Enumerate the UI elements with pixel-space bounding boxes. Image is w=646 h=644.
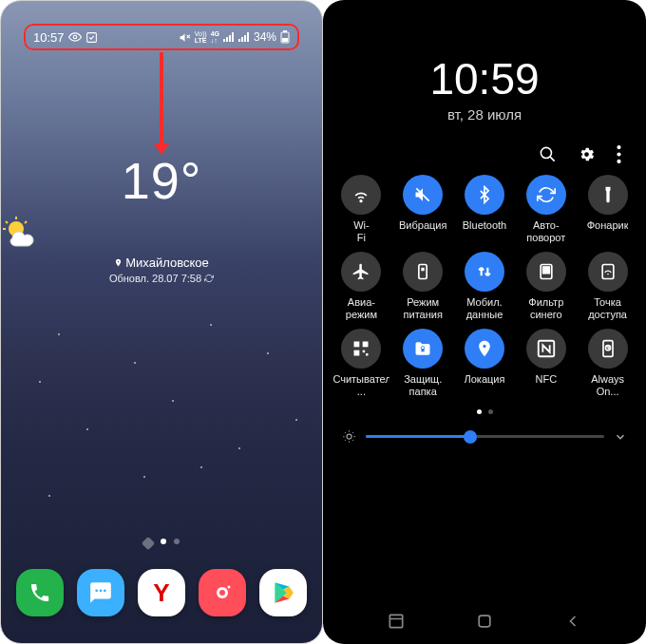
svg-rect-37: [422, 349, 425, 351]
svg-rect-35: [363, 350, 366, 353]
tile-label: Фильтр синего: [518, 296, 575, 321]
tile-autorotate[interactable]: Авто-поворот: [517, 175, 575, 244]
nav-recent-icon[interactable]: [387, 612, 406, 631]
home-page-indicator[interactable]: [1, 539, 322, 548]
tile-mobiledata[interactable]: Мобил. данные: [456, 252, 514, 321]
svg-point-23: [361, 200, 363, 202]
power-icon: [403, 252, 443, 292]
messages-app[interactable]: [77, 569, 124, 616]
airplane-icon: [341, 252, 381, 292]
page-dot-1[interactable]: [161, 539, 166, 544]
mobiledata-icon: [465, 252, 504, 292]
tile-hotspot[interactable]: Точка доступа: [579, 252, 636, 321]
volte-indicator: Vo))LTE: [195, 30, 207, 44]
battery-icon: [280, 30, 290, 44]
tile-vibration[interactable]: Вибрация: [394, 175, 452, 244]
qs-page-dot-1[interactable]: [477, 409, 482, 414]
svg-point-31: [607, 274, 609, 275]
qr-icon: [341, 329, 381, 369]
eye-icon: [68, 30, 82, 44]
svg-line-50: [352, 432, 353, 433]
svg-rect-52: [390, 615, 402, 627]
svg-line-48: [345, 432, 346, 433]
svg-rect-6: [282, 38, 288, 42]
svg-line-51: [345, 440, 346, 441]
weather-city: Михайловское: [1, 256, 322, 270]
settings-icon[interactable]: [578, 145, 596, 163]
tile-label: Always On...: [580, 373, 636, 398]
svg-rect-29: [542, 266, 550, 274]
brightness-slider[interactable]: [323, 414, 646, 444]
callout-arrow: [160, 52, 163, 151]
tile-wifi[interactable]: Wi-Fi: [332, 175, 390, 244]
svg-point-14: [104, 589, 106, 592]
weather-widget[interactable]: 19° Михайловское Обновл. 28.07 7:58: [1, 151, 322, 284]
tile-bluetooth[interactable]: Bluetooth: [456, 175, 514, 244]
brightness-low-icon: [342, 429, 356, 444]
tile-label: Защищ. папка: [394, 373, 451, 398]
tile-securefolder[interactable]: Защищ. папка: [394, 329, 452, 398]
tile-flashlight[interactable]: Фонарик: [579, 175, 636, 244]
tile-label: Авиа-режим: [346, 296, 377, 321]
yandex-app[interactable]: Y: [138, 569, 185, 616]
tile-label: Локация: [465, 373, 505, 398]
vibration-icon: [403, 175, 443, 215]
wifi-icon: [341, 175, 381, 215]
signal-icon-2: [238, 32, 250, 42]
svg-point-21: [617, 152, 620, 156]
autorotate-icon: [526, 175, 566, 215]
nav-home-icon[interactable]: [475, 612, 494, 631]
tile-airplane[interactable]: Авиа-режим: [332, 252, 390, 321]
qs-clock: 10:59: [323, 53, 646, 104]
clock-text: 10:57: [33, 30, 65, 45]
tile-location[interactable]: Локация: [456, 329, 514, 398]
svg-line-10: [25, 221, 27, 223]
svg-rect-36: [366, 353, 369, 356]
tile-label: Режим питания: [394, 296, 451, 321]
svg-rect-25: [419, 265, 427, 279]
quick-settings-grid: Wi-FiВибрацияBluetoothАвто-поворотФонари…: [323, 171, 646, 398]
page-dot-2[interactable]: [174, 539, 180, 544]
location-icon: [465, 329, 504, 369]
screenshot-icon: [86, 31, 98, 44]
tile-label: Авто-поворот: [526, 219, 565, 244]
svg-point-0: [73, 35, 77, 39]
mute-icon: [179, 31, 191, 44]
svg-rect-33: [363, 342, 369, 348]
weather-updated: Обновл. 28.07 7:58: [1, 273, 322, 284]
nav-back-icon[interactable]: [563, 612, 582, 631]
svg-rect-5: [283, 30, 287, 32]
tile-label: Wi-Fi: [353, 219, 370, 244]
securefolder-icon: [403, 329, 443, 369]
nfc-icon: [526, 329, 566, 369]
tile-label: Вибрация: [399, 219, 446, 244]
hotspot-icon: [588, 252, 628, 292]
brightness-expand-icon[interactable]: [614, 430, 627, 444]
nav-bar: [323, 612, 646, 631]
temperature-value: 19°: [1, 151, 322, 210]
tile-bluelight[interactable]: Фильтр синего: [517, 252, 575, 321]
svg-point-16: [219, 590, 225, 596]
play-store-app[interactable]: [259, 569, 307, 616]
qs-page-dot-2[interactable]: [488, 409, 493, 414]
more-icon[interactable]: [617, 145, 621, 163]
signal-icon-1: [223, 32, 235, 42]
tile-nfc[interactable]: NFC: [517, 329, 575, 398]
aod-icon: [588, 329, 628, 369]
qs-date: вт, 28 июля: [323, 106, 646, 123]
tile-aod[interactable]: Always On...: [579, 329, 636, 398]
phone-app[interactable]: [16, 569, 64, 616]
svg-point-17: [228, 586, 231, 589]
svg-rect-32: [354, 342, 360, 348]
tile-qr[interactable]: Считыватель ...: [332, 329, 390, 398]
search-icon[interactable]: [539, 145, 557, 163]
brightness-track[interactable]: [366, 435, 604, 438]
svg-line-49: [352, 440, 353, 441]
svg-point-43: [347, 434, 352, 439]
svg-rect-54: [479, 616, 490, 627]
home-page-dot[interactable]: [142, 537, 155, 550]
app-dock: Y: [1, 569, 322, 616]
tile-power[interactable]: Режим питания: [394, 252, 452, 321]
camera-app[interactable]: [199, 569, 246, 616]
status-bar[interactable]: 10:57 Vo))LTE 4G↓↑ 34%: [24, 24, 299, 50]
